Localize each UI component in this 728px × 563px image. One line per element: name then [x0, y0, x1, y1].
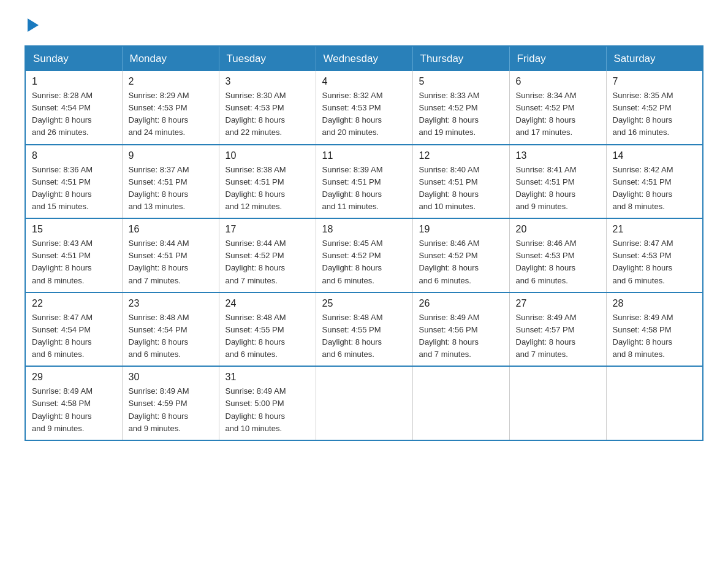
calendar-cell	[509, 366, 606, 440]
calendar-cell: 30 Sunrise: 8:49 AMSunset: 4:59 PMDaylig…	[122, 366, 219, 440]
day-number: 8	[32, 150, 116, 161]
day-number: 31	[226, 372, 309, 383]
day-number: 25	[322, 298, 406, 309]
calendar-cell: 15 Sunrise: 8:43 AMSunset: 4:51 PMDaylig…	[25, 218, 122, 293]
day-number: 27	[516, 298, 600, 309]
calendar-week-3: 15 Sunrise: 8:43 AMSunset: 4:51 PMDaylig…	[25, 218, 703, 293]
calendar-cell: 24 Sunrise: 8:48 AMSunset: 4:55 PMDaylig…	[219, 293, 316, 367]
day-info: Sunrise: 8:49 AMSunset: 4:57 PMDaylight:…	[516, 312, 600, 361]
day-info: Sunrise: 8:48 AMSunset: 4:54 PMDaylight:…	[129, 312, 213, 361]
day-number: 28	[613, 298, 697, 309]
day-number: 6	[516, 76, 600, 87]
calendar-table: SundayMondayTuesdayWednesdayThursdayFrid…	[25, 45, 703, 441]
day-info: Sunrise: 8:49 AMSunset: 4:56 PMDaylight:…	[419, 312, 503, 361]
calendar-cell: 26 Sunrise: 8:49 AMSunset: 4:56 PMDaylig…	[412, 293, 509, 367]
calendar-cell: 17 Sunrise: 8:44 AMSunset: 4:52 PMDaylig…	[219, 218, 316, 293]
col-header-thursday: Thursday	[412, 46, 509, 71]
day-info: Sunrise: 8:34 AMSunset: 4:52 PMDaylight:…	[516, 90, 600, 139]
day-info: Sunrise: 8:45 AMSunset: 4:52 PMDaylight:…	[322, 237, 406, 287]
calendar-cell: 3 Sunrise: 8:30 AMSunset: 4:53 PMDayligh…	[219, 71, 316, 145]
day-info: Sunrise: 8:49 AMSunset: 4:58 PMDaylight:…	[613, 312, 697, 361]
day-info: Sunrise: 8:39 AMSunset: 4:51 PMDaylight:…	[322, 164, 406, 213]
day-number: 29	[32, 372, 116, 383]
calendar-cell: 11 Sunrise: 8:39 AMSunset: 4:51 PMDaylig…	[316, 145, 412, 219]
calendar-cell: 22 Sunrise: 8:47 AMSunset: 4:54 PMDaylig…	[25, 293, 122, 367]
day-number: 23	[129, 298, 213, 309]
col-header-tuesday: Tuesday	[219, 46, 316, 71]
day-info: Sunrise: 8:46 AMSunset: 4:52 PMDaylight:…	[419, 237, 503, 287]
calendar-cell: 9 Sunrise: 8:37 AMSunset: 4:51 PMDayligh…	[122, 145, 219, 219]
calendar-cell: 16 Sunrise: 8:44 AMSunset: 4:51 PMDaylig…	[122, 218, 219, 293]
calendar-cell: 10 Sunrise: 8:38 AMSunset: 4:51 PMDaylig…	[219, 145, 316, 219]
day-info: Sunrise: 8:29 AMSunset: 4:53 PMDaylight:…	[129, 90, 213, 139]
day-info: Sunrise: 8:38 AMSunset: 4:51 PMDaylight:…	[226, 164, 309, 213]
calendar-cell	[316, 366, 412, 440]
day-info: Sunrise: 8:44 AMSunset: 4:51 PMDaylight:…	[129, 237, 213, 287]
day-info: Sunrise: 8:48 AMSunset: 4:55 PMDaylight:…	[226, 312, 309, 361]
calendar-cell: 4 Sunrise: 8:32 AMSunset: 4:53 PMDayligh…	[316, 71, 412, 145]
calendar-header-row: SundayMondayTuesdayWednesdayThursdayFrid…	[25, 46, 703, 71]
day-info: Sunrise: 8:49 AMSunset: 4:58 PMDaylight:…	[32, 385, 116, 435]
col-header-saturday: Saturday	[606, 46, 703, 71]
day-number: 24	[226, 298, 309, 309]
calendar-week-4: 22 Sunrise: 8:47 AMSunset: 4:54 PMDaylig…	[25, 293, 703, 367]
day-number: 18	[322, 224, 406, 235]
calendar-cell: 2 Sunrise: 8:29 AMSunset: 4:53 PMDayligh…	[122, 71, 219, 145]
day-info: Sunrise: 8:44 AMSunset: 4:52 PMDaylight:…	[226, 237, 309, 287]
calendar-cell: 18 Sunrise: 8:45 AMSunset: 4:52 PMDaylig…	[316, 218, 412, 293]
day-number: 4	[322, 76, 406, 87]
col-header-friday: Friday	[509, 46, 606, 71]
calendar-cell: 14 Sunrise: 8:42 AMSunset: 4:51 PMDaylig…	[606, 145, 703, 219]
calendar-cell: 1 Sunrise: 8:28 AMSunset: 4:54 PMDayligh…	[25, 71, 122, 145]
calendar-cell: 12 Sunrise: 8:40 AMSunset: 4:51 PMDaylig…	[412, 145, 509, 219]
day-number: 22	[32, 298, 116, 309]
calendar-cell: 28 Sunrise: 8:49 AMSunset: 4:58 PMDaylig…	[606, 293, 703, 367]
calendar-cell: 23 Sunrise: 8:48 AMSunset: 4:54 PMDaylig…	[122, 293, 219, 367]
day-info: Sunrise: 8:49 AMSunset: 5:00 PMDaylight:…	[226, 385, 309, 435]
calendar-cell: 31 Sunrise: 8:49 AMSunset: 5:00 PMDaylig…	[219, 366, 316, 440]
day-number: 2	[129, 76, 213, 87]
day-info: Sunrise: 8:49 AMSunset: 4:59 PMDaylight:…	[129, 385, 213, 435]
calendar-cell: 29 Sunrise: 8:49 AMSunset: 4:58 PMDaylig…	[25, 366, 122, 440]
calendar-cell: 8 Sunrise: 8:36 AMSunset: 4:51 PMDayligh…	[25, 145, 122, 219]
day-number: 21	[613, 224, 697, 235]
calendar-week-2: 8 Sunrise: 8:36 AMSunset: 4:51 PMDayligh…	[25, 145, 703, 219]
day-info: Sunrise: 8:35 AMSunset: 4:52 PMDaylight:…	[613, 90, 697, 139]
logo-arrow-icon	[28, 18, 39, 32]
day-number: 13	[516, 150, 600, 161]
day-info: Sunrise: 8:47 AMSunset: 4:54 PMDaylight:…	[32, 312, 116, 361]
day-info: Sunrise: 8:33 AMSunset: 4:52 PMDaylight:…	[419, 90, 503, 139]
day-info: Sunrise: 8:46 AMSunset: 4:53 PMDaylight:…	[516, 237, 600, 287]
calendar-cell	[606, 366, 703, 440]
day-info: Sunrise: 8:48 AMSunset: 4:55 PMDaylight:…	[322, 312, 406, 361]
day-number: 20	[516, 224, 600, 235]
calendar-cell: 21 Sunrise: 8:47 AMSunset: 4:53 PMDaylig…	[606, 218, 703, 293]
logo	[25, 18, 39, 33]
day-number: 15	[32, 224, 116, 235]
calendar-cell	[412, 366, 509, 440]
day-number: 17	[226, 224, 309, 235]
day-info: Sunrise: 8:37 AMSunset: 4:51 PMDaylight:…	[129, 164, 213, 213]
day-number: 30	[129, 372, 213, 383]
col-header-wednesday: Wednesday	[316, 46, 412, 71]
calendar-cell: 27 Sunrise: 8:49 AMSunset: 4:57 PMDaylig…	[509, 293, 606, 367]
day-info: Sunrise: 8:32 AMSunset: 4:53 PMDaylight:…	[322, 90, 406, 139]
day-info: Sunrise: 8:36 AMSunset: 4:51 PMDaylight:…	[32, 164, 116, 213]
day-info: Sunrise: 8:41 AMSunset: 4:51 PMDaylight:…	[516, 164, 600, 213]
day-info: Sunrise: 8:28 AMSunset: 4:54 PMDaylight:…	[32, 90, 116, 139]
calendar-week-1: 1 Sunrise: 8:28 AMSunset: 4:54 PMDayligh…	[25, 71, 703, 145]
calendar-cell: 13 Sunrise: 8:41 AMSunset: 4:51 PMDaylig…	[509, 145, 606, 219]
day-number: 5	[419, 76, 503, 87]
col-header-monday: Monday	[122, 46, 219, 71]
day-info: Sunrise: 8:42 AMSunset: 4:51 PMDaylight:…	[613, 164, 697, 213]
day-number: 3	[226, 76, 309, 87]
day-number: 14	[613, 150, 697, 161]
day-number: 9	[129, 150, 213, 161]
day-number: 7	[613, 76, 697, 87]
calendar-cell: 25 Sunrise: 8:48 AMSunset: 4:55 PMDaylig…	[316, 293, 412, 367]
col-header-sunday: Sunday	[25, 46, 122, 71]
calendar-week-5: 29 Sunrise: 8:49 AMSunset: 4:58 PMDaylig…	[25, 366, 703, 440]
day-number: 19	[419, 224, 503, 235]
calendar-cell: 20 Sunrise: 8:46 AMSunset: 4:53 PMDaylig…	[509, 218, 606, 293]
day-number: 1	[32, 76, 116, 87]
